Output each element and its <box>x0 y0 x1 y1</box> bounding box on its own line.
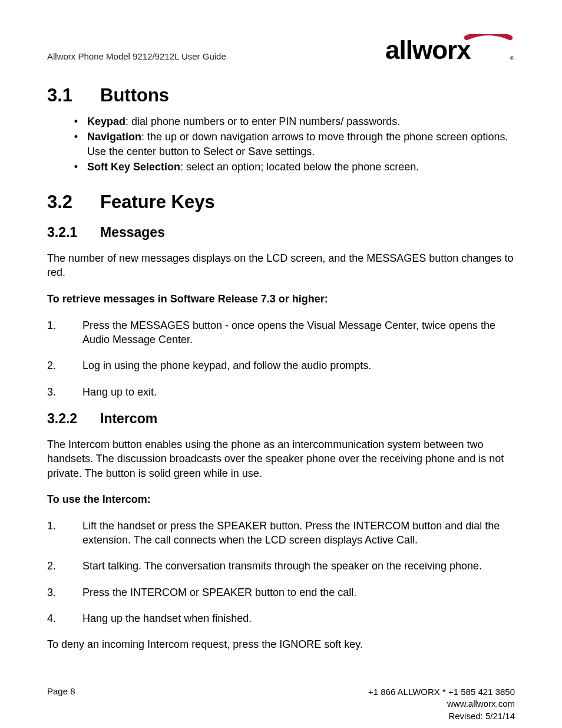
intercom-paragraph: The Intercom button enables using the ph… <box>47 437 515 480</box>
heading-number: 3.2 <box>47 192 100 213</box>
page-footer: Page 8 +1 866 ALLWORX * +1 585 421 3850 … <box>47 686 515 696</box>
intercom-deny-paragraph: To deny an incoming Intercom request, pr… <box>47 637 515 651</box>
intercom-instruction-heading: To use the Intercom: <box>47 493 515 506</box>
list-item: 2.Start talking. The conversation transm… <box>47 559 515 573</box>
heading-3-2-2: 3.2.2Intercom <box>47 411 515 427</box>
messages-paragraph: The number of new messages displays on t… <box>47 251 515 280</box>
heading-number: 3.2.2 <box>47 411 100 427</box>
footer-revised: Revised: 5/21/14 <box>368 710 515 722</box>
heading-number: 3.2.1 <box>47 225 100 241</box>
list-item: 3.Hang up to exit. <box>47 385 515 399</box>
list-item: Soft Key Selection: select an option; lo… <box>84 160 515 174</box>
intercom-steps-list: 1.Lift the handset or press the SPEAKER … <box>47 519 515 625</box>
heading-3-1: 3.1Buttons <box>47 85 515 106</box>
list-item: 3.Press the INTERCOM or SPEAKER button t… <box>47 585 515 599</box>
heading-text: Intercom <box>100 411 157 426</box>
heading-text: Buttons <box>100 85 169 106</box>
svg-text:allworx: allworx <box>385 35 471 62</box>
heading-3-2-1: 3.2.1Messages <box>47 225 515 241</box>
list-item: Navigation: the up or down navigation ar… <box>84 130 515 159</box>
allworx-logo: allworx ® <box>385 34 515 65</box>
page-number: Page 8 <box>47 686 75 696</box>
heading-text: Feature Keys <box>100 192 215 212</box>
list-item: 1.Lift the handset or press the SPEAKER … <box>47 519 515 548</box>
messages-steps-list: 1.Press the MESSAGES button - once opens… <box>47 318 515 399</box>
svg-text:®: ® <box>510 55 514 61</box>
list-item: 1.Press the MESSAGES button - once opens… <box>47 318 515 347</box>
heading-number: 3.1 <box>47 85 100 106</box>
list-item: 2.Log in using the phone keypad, and fol… <box>47 358 515 373</box>
heading-3-2: 3.2Feature Keys <box>47 192 515 213</box>
list-item: 4.Hang up the handset when finished. <box>47 611 515 625</box>
buttons-bullet-list: Keypad: dial phone numbers or to enter P… <box>84 114 515 174</box>
list-item: Keypad: dial phone numbers or to enter P… <box>84 114 515 129</box>
heading-text: Messages <box>100 225 165 240</box>
page-header: Allworx Phone Model 9212/9212L User Guid… <box>47 34 515 65</box>
footer-phone: +1 866 ALLWORX * +1 585 421 3850 <box>368 686 515 698</box>
doc-title: Allworx Phone Model 9212/9212L User Guid… <box>47 51 226 65</box>
footer-url: www.allworx.com <box>368 698 515 710</box>
messages-instruction-heading: To retrieve messages in Software Release… <box>47 293 515 305</box>
